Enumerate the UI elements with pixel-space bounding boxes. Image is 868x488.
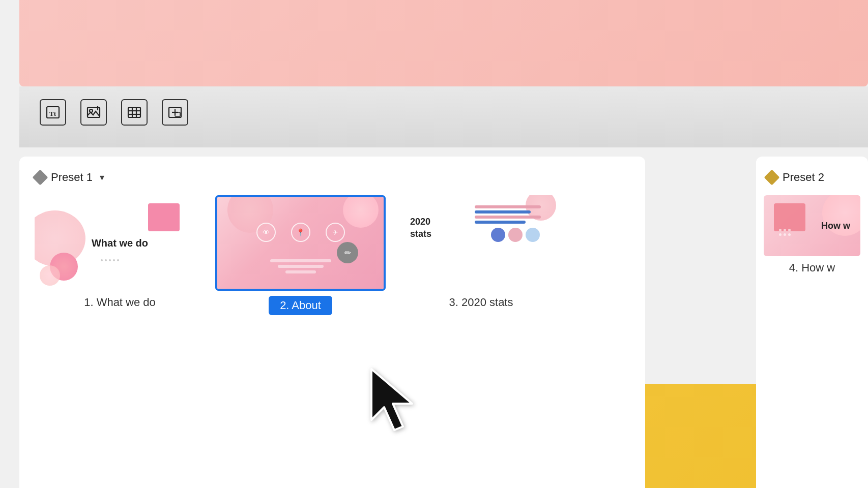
slide2-eye-icon: 👁 — [256, 223, 276, 242]
slides-strip: What we do 1. What we do — [35, 195, 630, 315]
slide3-background: 2020stats — [396, 195, 566, 291]
slide-item-2[interactable]: 👁 📍 ✈ ✏ 2. About — [215, 195, 386, 315]
preset1-header: Preset 1 ▾ — [35, 171, 630, 184]
slide4-pink-square — [774, 203, 805, 231]
svg-rect-14 — [175, 112, 180, 116]
table-insert-button[interactable] — [121, 99, 148, 126]
preset2-panel: Preset 2 How w — [756, 157, 868, 488]
slide2-send-icon: ✈ — [326, 223, 345, 242]
preset1-label: Preset 1 — [51, 171, 93, 184]
layout-insert-button[interactable] — [162, 99, 188, 126]
slide3-label: 3. 2020 stats — [449, 296, 513, 309]
text-insert-button[interactable]: Tt — [40, 99, 66, 126]
preset1-chevron-icon[interactable]: ▾ — [100, 172, 104, 183]
preset2-diamond-icon — [764, 169, 779, 185]
preset2-header: Preset 2 — [766, 171, 858, 184]
slide-item-3[interactable]: 2020stats — [396, 195, 566, 309]
slide-item-1[interactable]: What we do 1. What we do — [35, 195, 205, 309]
svg-rect-6 — [128, 107, 140, 117]
slide1-text: What we do — [92, 237, 148, 249]
slide-thumb-2[interactable]: 👁 📍 ✈ ✏ — [215, 195, 386, 291]
slide4-background: How w — [764, 195, 860, 256]
slide-thumb-4[interactable]: How w — [764, 195, 860, 256]
slide1-pink-square — [148, 203, 180, 231]
slide2-pin-icon: 📍 — [291, 223, 310, 242]
svg-text:Tt: Tt — [49, 110, 56, 117]
slide-thumb-3[interactable]: 2020stats — [396, 195, 566, 291]
slide3-circles-row — [491, 228, 540, 242]
slide4-dots — [779, 229, 791, 236]
slide2-background: 👁 📍 ✈ ✏ — [217, 197, 384, 289]
slide2-text-lines — [270, 259, 331, 273]
slide-thumb-1[interactable]: What we do — [35, 195, 205, 291]
slide2-icons-row: 👁 📍 ✈ — [256, 223, 345, 242]
slide1-label: 1. What we do — [84, 296, 156, 309]
slide-item-4[interactable]: How w 4. How w — [766, 195, 858, 274]
svg-point-3 — [90, 109, 93, 112]
preset2-label: Preset 2 — [783, 171, 824, 184]
left-edge-bar — [0, 0, 19, 488]
slide4-text: How w — [821, 221, 850, 231]
slide2-blob2 — [343, 197, 379, 228]
slide3-chart-area — [475, 205, 556, 282]
slide1-dots — [101, 259, 119, 261]
media-insert-button[interactable] — [80, 99, 107, 126]
slide1-circle2 — [40, 265, 60, 286]
toolbar: Tt — [40, 99, 188, 126]
preset1-panel: Preset 1 ▾ What we do — [19, 157, 645, 488]
preset1-diamond-icon — [32, 169, 48, 185]
slide3-text: 2020stats — [410, 216, 431, 240]
slide3-lines — [475, 205, 556, 224]
top-pink-banner — [19, 0, 868, 86]
slide4-label: 4. How w — [789, 261, 835, 274]
slide1-background: What we do — [35, 195, 205, 291]
slide2-label: 2. About — [269, 296, 332, 315]
slide2-edit-button[interactable]: ✏ — [337, 242, 358, 263]
